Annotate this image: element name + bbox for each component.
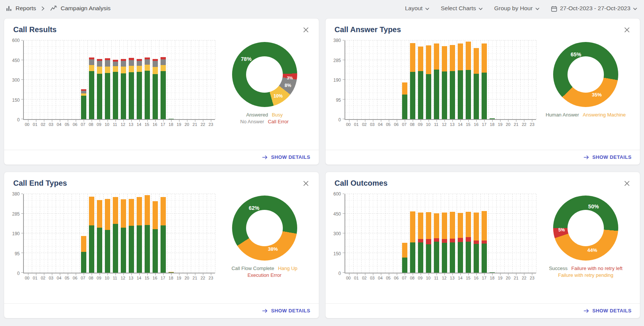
bar-segment[interactable] [137, 225, 142, 273]
bar-segment[interactable] [161, 197, 166, 226]
bar-segment[interactable] [474, 244, 479, 273]
bar-segment[interactable] [121, 73, 126, 119]
bar-segment[interactable] [418, 213, 423, 239]
bar-segment[interactable] [434, 242, 439, 273]
bar-segment[interactable] [113, 62, 118, 66]
bar-segment[interactable] [482, 43, 487, 73]
bar-segment[interactable] [81, 91, 86, 93]
bar-segment[interactable] [105, 230, 110, 273]
bar-segment[interactable] [466, 42, 471, 70]
bar-segment[interactable] [442, 243, 447, 273]
bar-segment[interactable] [129, 58, 134, 60]
bar-segment[interactable] [426, 244, 431, 273]
bar-segment[interactable] [81, 96, 86, 119]
bar-segment[interactable] [482, 73, 487, 119]
bar-segment[interactable] [442, 239, 447, 243]
bar-segment[interactable] [81, 93, 86, 96]
bar-segment[interactable] [161, 65, 166, 71]
bar-segment[interactable] [466, 237, 471, 241]
bar-segment[interactable] [113, 224, 118, 273]
bar-segment[interactable] [121, 199, 126, 228]
bar-segment[interactable] [113, 72, 118, 119]
bar-segment[interactable] [168, 272, 174, 272]
bar-segment[interactable] [97, 59, 102, 61]
bar-segment[interactable] [97, 200, 102, 228]
bar-segment[interactable] [145, 57, 150, 59]
bar-segment[interactable] [153, 229, 158, 273]
bar-segment[interactable] [129, 66, 134, 72]
donut-chart[interactable]: 62%38% [232, 196, 297, 261]
bar-segment[interactable] [97, 228, 102, 273]
bar-segment[interactable] [442, 46, 447, 71]
bar-segment[interactable] [113, 60, 118, 62]
bar-segment[interactable] [434, 43, 439, 69]
bar-segment[interactable] [418, 242, 423, 273]
bar-segment[interactable] [474, 48, 479, 74]
breadcrumb-reports[interactable]: Reports [16, 5, 36, 12]
bar-segment[interactable] [466, 212, 471, 238]
bar-segment[interactable] [442, 71, 447, 119]
bar-segment[interactable] [113, 66, 118, 72]
bar-segment[interactable] [450, 242, 455, 273]
bar-segment[interactable] [466, 70, 471, 119]
bar-segment[interactable] [161, 57, 166, 59]
bar-segment[interactable] [129, 226, 134, 273]
bar-segment[interactable] [434, 70, 439, 119]
bar-segment[interactable] [442, 213, 447, 239]
layout-dropdown[interactable]: Layout [405, 5, 430, 12]
bar-segment[interactable] [410, 242, 415, 273]
bar-segment[interactable] [426, 239, 431, 245]
bar-segment[interactable] [153, 74, 158, 119]
bar-segment[interactable] [434, 238, 439, 242]
bar-segment[interactable] [426, 212, 431, 239]
bar-segment[interactable] [137, 66, 142, 72]
bar-segment[interactable] [458, 238, 463, 242]
bar-segment[interactable] [97, 67, 102, 74]
bar-segment[interactable] [168, 119, 174, 119]
show-details-button[interactable]: SHOW DETAILS [583, 308, 632, 314]
bar-segment[interactable] [161, 225, 166, 273]
bar-segment[interactable] [466, 242, 471, 273]
bar-segment[interactable] [89, 197, 94, 226]
bar-segment[interactable] [129, 72, 134, 119]
bar-segment[interactable] [402, 82, 407, 95]
bar-segment[interactable] [418, 239, 423, 242]
bar-segment[interactable] [97, 61, 102, 67]
bar-segment[interactable] [113, 197, 118, 224]
close-icon[interactable] [622, 25, 632, 34]
bar-segment[interactable] [410, 72, 415, 119]
bar-segment[interactable] [137, 197, 142, 225]
bar-segment[interactable] [105, 73, 110, 119]
bar-segment[interactable] [121, 228, 126, 273]
bar-segment[interactable] [105, 58, 110, 60]
bar-segment[interactable] [474, 241, 479, 244]
bar-segment[interactable] [482, 244, 487, 273]
bar-segment[interactable] [426, 74, 431, 119]
bar-segment[interactable] [410, 43, 415, 72]
show-details-button[interactable]: SHOW DETAILS [262, 308, 310, 314]
donut-chart[interactable]: 65%35% [553, 42, 618, 107]
bar-segment[interactable] [145, 195, 150, 225]
bar-segment[interactable] [474, 213, 479, 241]
bar-segment[interactable] [458, 213, 463, 238]
bar-segment[interactable] [418, 71, 423, 119]
bar-segment[interactable] [105, 67, 110, 73]
bar-segment[interactable] [161, 59, 166, 65]
bar-segment[interactable] [105, 199, 110, 230]
bar-segment[interactable] [153, 67, 158, 74]
bar-segment[interactable] [168, 272, 174, 273]
group-by-dropdown[interactable]: Group by Hour [494, 5, 540, 12]
bar-segment[interactable] [89, 57, 94, 59]
bar-segment[interactable] [450, 71, 455, 119]
bar-segment[interactable] [97, 74, 102, 119]
bar-segment[interactable] [81, 236, 86, 252]
bar-segment[interactable] [153, 59, 158, 61]
donut-chart[interactable]: 50%5%44% [553, 196, 618, 261]
close-icon[interactable] [622, 179, 632, 188]
bar-segment[interactable] [121, 67, 126, 73]
bar-segment[interactable] [89, 65, 94, 71]
bar-segment[interactable] [105, 60, 110, 67]
bar-segment[interactable] [121, 61, 126, 67]
bar-segment[interactable] [89, 71, 94, 119]
donut-chart[interactable]: 78%3%8%10% [232, 42, 297, 107]
